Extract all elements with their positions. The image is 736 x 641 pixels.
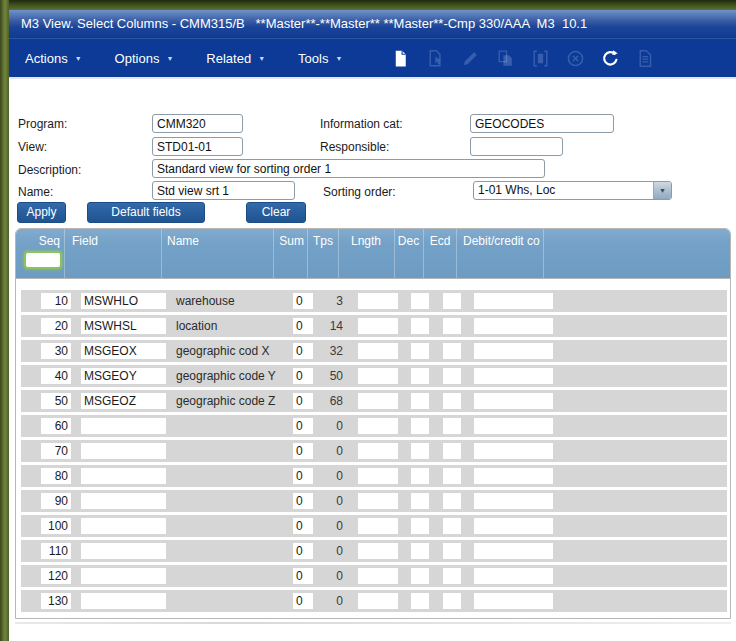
field-input[interactable] [81, 318, 166, 334]
ecd-input[interactable] [443, 568, 461, 584]
apply-button[interactable]: Apply [17, 202, 66, 223]
seq-input[interactable] [41, 568, 71, 584]
dec-input[interactable] [411, 393, 429, 409]
column-header-sum[interactable]: Sum [274, 234, 304, 248]
column-header-name[interactable]: Name [167, 234, 199, 248]
ecd-input[interactable] [443, 393, 461, 409]
dec-input[interactable] [411, 443, 429, 459]
new-document-icon[interactable] [390, 48, 411, 69]
ecd-input[interactable] [443, 518, 461, 534]
field-input[interactable] [81, 368, 166, 384]
field-input[interactable] [81, 293, 166, 309]
lngth-input[interactable] [358, 368, 398, 384]
field-input[interactable] [81, 343, 166, 359]
ecd-input[interactable] [443, 593, 461, 609]
sum-input[interactable] [293, 568, 313, 584]
field-input[interactable] [81, 443, 166, 459]
column-header-field[interactable]: Field [72, 234, 98, 248]
column-header-seq[interactable]: Seq [22, 234, 60, 248]
sum-input[interactable] [293, 443, 313, 459]
debit-credit-input[interactable] [474, 418, 553, 434]
sum-input[interactable] [293, 418, 313, 434]
ecd-input[interactable] [443, 443, 461, 459]
seq-input[interactable] [41, 343, 71, 359]
responsible-field[interactable] [470, 137, 563, 156]
lngth-input[interactable] [358, 443, 398, 459]
column-header-lngth[interactable]: Lngth [340, 234, 392, 248]
sorting-order-select[interactable]: 1-01 Whs, Loc ▼ [473, 181, 672, 200]
lngth-input[interactable] [358, 593, 398, 609]
lngth-input[interactable] [358, 343, 398, 359]
debit-credit-input[interactable] [474, 443, 553, 459]
seq-input[interactable] [41, 543, 71, 559]
column-header-ecd[interactable]: Ecd [426, 234, 454, 248]
dec-input[interactable] [411, 418, 429, 434]
field-input[interactable] [81, 418, 166, 434]
dec-input[interactable] [411, 493, 429, 509]
column-header-debit-credit[interactable]: Debit/credit co [463, 234, 540, 248]
debit-credit-input[interactable] [474, 568, 553, 584]
seq-input[interactable] [41, 518, 71, 534]
ecd-input[interactable] [443, 318, 461, 334]
ecd-input[interactable] [443, 343, 461, 359]
menu-actions[interactable]: Actions▼ [25, 51, 82, 66]
menu-options[interactable]: Options▼ [115, 51, 174, 66]
refresh-icon[interactable] [600, 48, 621, 69]
seq-input[interactable] [41, 393, 71, 409]
sum-input[interactable] [293, 518, 313, 534]
ecd-input[interactable] [443, 368, 461, 384]
debit-credit-input[interactable] [474, 318, 553, 334]
ecd-input[interactable] [443, 543, 461, 559]
ecd-input[interactable] [443, 468, 461, 484]
field-input[interactable] [81, 593, 166, 609]
dec-input[interactable] [411, 568, 429, 584]
menu-related[interactable]: Related▼ [206, 51, 265, 66]
seq-input[interactable] [41, 593, 71, 609]
ecd-input[interactable] [443, 293, 461, 309]
lngth-input[interactable] [358, 468, 398, 484]
seq-input[interactable] [41, 443, 71, 459]
dec-input[interactable] [411, 518, 429, 534]
sum-input[interactable] [293, 343, 313, 359]
seq-filter-input[interactable] [24, 251, 62, 269]
debit-credit-input[interactable] [474, 293, 553, 309]
lngth-input[interactable] [358, 393, 398, 409]
name-field[interactable] [152, 181, 295, 200]
dec-input[interactable] [411, 543, 429, 559]
dec-input[interactable] [411, 468, 429, 484]
debit-credit-input[interactable] [474, 493, 553, 509]
seq-input[interactable] [41, 418, 71, 434]
sum-input[interactable] [293, 393, 313, 409]
column-header-tps[interactable]: Tps [313, 234, 333, 248]
lngth-input[interactable] [358, 418, 398, 434]
field-input[interactable] [81, 518, 166, 534]
clear-button[interactable]: Clear [246, 202, 306, 223]
dec-input[interactable] [411, 293, 429, 309]
lngth-input[interactable] [358, 493, 398, 509]
lngth-input[interactable] [358, 568, 398, 584]
seq-input[interactable] [41, 293, 71, 309]
debit-credit-input[interactable] [474, 468, 553, 484]
debit-credit-input[interactable] [474, 368, 553, 384]
seq-input[interactable] [41, 468, 71, 484]
debit-credit-input[interactable] [474, 593, 553, 609]
lngth-input[interactable] [358, 543, 398, 559]
program-field[interactable] [152, 114, 243, 133]
field-input[interactable] [81, 493, 166, 509]
seq-input[interactable] [41, 493, 71, 509]
dec-input[interactable] [411, 343, 429, 359]
seq-input[interactable] [41, 318, 71, 334]
menu-tools[interactable]: Tools▼ [298, 51, 342, 66]
debit-credit-input[interactable] [474, 543, 553, 559]
chevron-down-icon[interactable]: ▼ [653, 182, 671, 199]
information-cat-field[interactable] [470, 114, 614, 133]
default-fields-button[interactable]: Default fields [87, 202, 205, 223]
description-field[interactable] [152, 159, 545, 178]
lngth-input[interactable] [358, 293, 398, 309]
sum-input[interactable] [293, 468, 313, 484]
lngth-input[interactable] [358, 518, 398, 534]
debit-credit-input[interactable] [474, 518, 553, 534]
seq-input[interactable] [41, 368, 71, 384]
field-input[interactable] [81, 468, 166, 484]
dec-input[interactable] [411, 368, 429, 384]
